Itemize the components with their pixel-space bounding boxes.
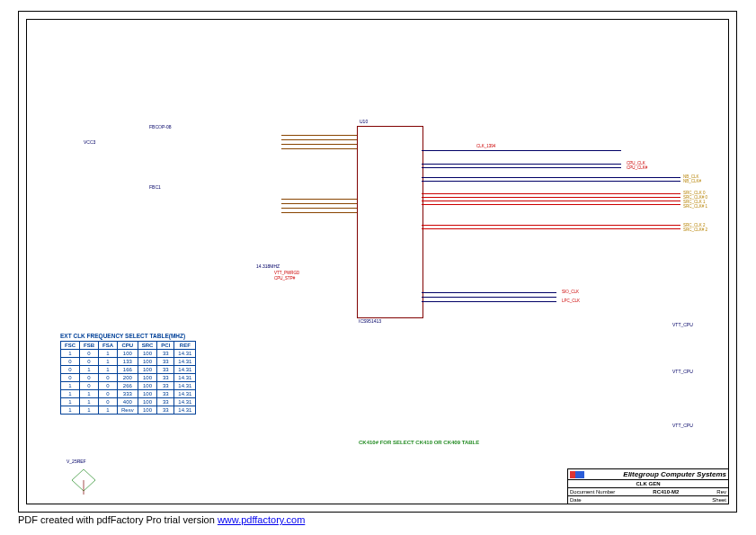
freq-cell: 14.31	[174, 374, 196, 382]
freq-row: 0011331003314.31	[61, 358, 196, 366]
ic-part: ICS951413	[359, 318, 381, 324]
docnum: RC410-M2	[653, 489, 679, 495]
wire	[422, 181, 680, 182]
freq-cell: 1	[80, 406, 99, 415]
v25-ref-label: V_25REF	[67, 459, 86, 464]
freq-cell: 333	[118, 390, 138, 398]
freq-table-body: FSCFSBFSACPUSRCPCIREF 1011001003314.3100…	[60, 341, 196, 415]
freq-row: 0002001003314.31	[61, 374, 196, 382]
freq-row: 1002661003314.31	[61, 382, 196, 390]
ic-ref: U10	[360, 119, 368, 124]
freq-cell: 0	[99, 398, 118, 406]
wire	[422, 150, 621, 151]
freq-cell: 1	[61, 390, 80, 398]
freq-col-cpu: CPU	[118, 342, 138, 350]
freq-col-src: SRC	[138, 342, 157, 350]
freq-col-fsb: FSB	[80, 342, 99, 350]
net-clk1394: CLK_1394	[476, 144, 495, 148]
freq-cell: 100	[138, 366, 157, 374]
fbc1-label: FBC1	[149, 184, 161, 190]
net-cpuclkn: CPU_CLK#	[627, 165, 647, 170]
company-name: Elitegroup Computer Systems	[623, 470, 726, 478]
wire	[281, 199, 357, 200]
freq-cell: 0	[99, 390, 118, 398]
freq-cell: 266	[118, 382, 138, 390]
vtt-cpu-3: VTT_CPU	[672, 423, 693, 428]
wire	[422, 301, 556, 302]
freq-cell: 14.31	[174, 350, 196, 358]
xtal-label: 14.318MHZ	[256, 263, 280, 269]
freq-col-pci: PCI	[157, 342, 174, 350]
freq-cell: 14.31	[174, 366, 196, 374]
wire	[281, 148, 357, 149]
net-lpc: LPC_CLK	[562, 299, 580, 303]
freq-cell: Resv	[118, 406, 138, 415]
freq-cell: 0	[61, 366, 80, 374]
freq-cell: 14.31	[174, 382, 196, 390]
fbcap-label: FBCOP-08	[149, 124, 171, 129]
pdf-footer: PDF created with pdfFactory Pro trial ve…	[18, 514, 305, 525]
freq-cell: 100	[138, 374, 157, 382]
wire	[281, 212, 357, 213]
freq-cell: 33	[157, 382, 174, 390]
freq-cell: 14.31	[174, 406, 196, 415]
wire	[422, 193, 680, 194]
freq-cell: 1	[99, 358, 118, 366]
v25-ref-symbol	[70, 468, 97, 495]
freq-cell: 14.31	[174, 358, 196, 366]
note-select-table: CK410# FOR SELECT CK410 OR CK409 TABLE	[359, 440, 479, 445]
net-nbn: NB_CLK#	[683, 179, 701, 183]
freq-cell: 100	[138, 358, 157, 366]
title-block: Elitegroup Computer Systems CLK GEN Docu…	[567, 468, 728, 504]
wire	[422, 177, 680, 178]
freq-cell: 200	[118, 374, 138, 382]
net-src1n: SRC_CLK# 1	[683, 204, 707, 209]
net-src2n: SRC_CLK# 2	[683, 227, 707, 232]
page-inner-border: U10 ICS951413 14.318MHZ VCC3 FBCOP-08 FB…	[26, 19, 729, 504]
freq-cell: 100	[118, 350, 138, 358]
freq-col-fsc: FSC	[61, 342, 80, 350]
page-title: CLK GEN	[570, 481, 726, 486]
freq-cell: 100	[138, 406, 157, 415]
wire	[422, 164, 621, 165]
freq-cell: 166	[118, 366, 138, 374]
freq-cell: 33	[157, 350, 174, 358]
wire	[422, 297, 556, 298]
label-cpu-stp: CPU_STP#	[274, 276, 295, 281]
freq-row: 111Resv1003314.31	[61, 406, 196, 415]
wire	[422, 228, 680, 229]
net-sio: SIO_CLK	[562, 290, 579, 294]
wire	[422, 197, 680, 198]
freq-cell: 14.31	[174, 398, 196, 406]
freq-cell: 0	[99, 374, 118, 382]
pdf-footer-link[interactable]: www.pdffactory.com	[218, 514, 305, 525]
wire	[422, 201, 680, 201]
rev-lbl: Rev	[716, 489, 726, 495]
freq-cell: 100	[138, 398, 157, 406]
freq-cell: 1	[99, 366, 118, 374]
pdf-footer-text: PDF created with pdfFactory Pro trial ve…	[18, 514, 218, 525]
freq-cell: 33	[157, 366, 174, 374]
date-lbl: Date	[570, 497, 582, 503]
freq-table: EXT CLK FREQUENCY SELECT TABLE(MHZ) FSCF…	[60, 333, 196, 415]
freq-cell: 0	[80, 350, 99, 358]
freq-cell: 1	[61, 406, 80, 415]
vtt-cpu-1: VTT_CPU	[672, 322, 693, 327]
freq-cell: 33	[157, 374, 174, 382]
freq-cell: 1	[80, 390, 99, 398]
freq-cell: 33	[157, 358, 174, 366]
freq-cell: 33	[157, 390, 174, 398]
wire	[422, 225, 680, 226]
freq-cell: 1	[99, 406, 118, 415]
wire	[422, 167, 621, 168]
freq-cell: 0	[80, 374, 99, 382]
freq-cell: 1	[61, 350, 80, 358]
freq-col-fsa: FSA	[99, 342, 118, 350]
freq-cell: 100	[138, 382, 157, 390]
freq-cell: 100	[138, 390, 157, 398]
page-outer-border: U10 ICS951413 14.318MHZ VCC3 FBCOP-08 FB…	[18, 11, 737, 513]
freq-col-ref: REF	[174, 342, 196, 350]
freq-cell: 1	[80, 398, 99, 406]
vtt-cpu-2: VTT_CPU	[672, 369, 693, 374]
freq-cell: 0	[80, 358, 99, 366]
